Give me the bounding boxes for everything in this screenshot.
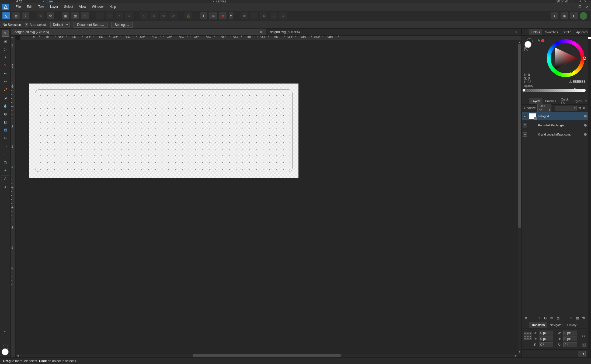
menu-view[interactable]: View [76,3,89,10]
tab-quickfx[interactable]: Quick FX [559,97,571,105]
w-field[interactable]: 0 px [563,331,577,335]
shape-tool-icon[interactable]: ✦ [2,167,9,174]
layer-options-icon[interactable]: ✿ [578,106,581,110]
menu-help[interactable]: Help [107,3,119,10]
close-tab-icon[interactable]: × [515,30,517,34]
sampled-colour-icon[interactable] [541,39,544,42]
node-tool-icon[interactable]: ▷ [2,46,9,53]
hex-value[interactable]: EBEBEB [573,80,586,84]
gradient-tool-icon[interactable]: ◧ [2,119,9,126]
scroll-right-icon[interactable]: ▶ [514,354,518,358]
snap-grid-icon[interactable]: ▦ [71,12,79,20]
layer-row-2[interactable]: A © grid code.halfapx.com... [522,130,588,139]
persona-designer-icon[interactable]: ◺ [2,12,10,20]
menu-text[interactable]: Text [36,3,47,10]
layer-visibility-icon[interactable] [584,115,587,117]
shape-circle-icon[interactable]: ● [551,12,559,20]
doc-tab-0[interactable]: dotgrid-alt.svg (776.2%) × [11,29,266,35]
boolean-intersect-icon[interactable]: ◆ [260,12,268,20]
layer-row-1[interactable]: ▢ Rounded Rectangle [522,121,588,130]
scroll-left-icon[interactable]: ◀ [16,354,19,358]
panel-handle-icon[interactable]: ⋮⋮ [523,30,528,33]
move-tool-icon[interactable]: ↖ [2,30,9,37]
layer-group-icon[interactable]: ▦ [575,316,580,320]
contour-tool-icon[interactable]: ✶ [2,54,9,61]
snapping-toggle-icon[interactable]: ⧉ [219,12,227,20]
document-setup-button[interactable]: Document Setup... [74,22,107,28]
layer-add-icon[interactable]: ⊞ [568,316,573,320]
arrange-icon[interactable]: ⬍ [199,12,207,20]
artboard[interactable] [29,84,298,178]
sat-light-handle-icon[interactable] [570,70,573,73]
brush-tool-icon[interactable]: 🖌 [2,86,9,93]
rotate-ccw-icon[interactable]: ⟲ [159,12,168,20]
menu-select[interactable]: Select [61,3,76,10]
s-field[interactable]: 0 ° [563,342,577,347]
layer-mask-icon[interactable]: ◻ [536,316,541,320]
lock-icon[interactable]: 🔒 [184,12,192,20]
snap-guides-icon[interactable]: ⌖ [81,12,89,20]
dot-grid-shape[interactable] [35,89,293,172]
window-maximize-icon[interactable]: ☐ [577,5,582,9]
close-tab-icon[interactable]: × [260,30,262,34]
rounded-rect-tool-icon[interactable]: ▢ [2,159,9,166]
v-scroll-thumb[interactable] [518,44,521,228]
vertical-scrollbar[interactable]: ▲ ▼ [518,40,522,354]
layer-name[interactable]: calli-grid [538,115,582,118]
account-avatar-icon[interactable] [580,12,587,20]
canvas-viewport[interactable]: ▲ ▼ ◀ ▶ [16,40,522,358]
boolean-add-icon[interactable]: ⬢ [240,12,248,20]
app-logo-icon[interactable] [2,4,9,10]
menu-file[interactable]: File [13,3,23,10]
boolean-subtract-icon[interactable]: ⬡ [250,12,258,20]
layer-settings-icon[interactable]: ⚙ [583,106,586,110]
vertical-ruler[interactable]: -30-20-1001020304050607080 [11,40,16,358]
layer-fx-icon[interactable]: fx [549,316,554,320]
flip-h-icon[interactable]: ⇋ [140,12,148,20]
snap-bounds-icon[interactable]: ▣ [61,12,69,20]
layer-adjust-icon[interactable]: ◐ [543,316,548,320]
menu-edit[interactable]: Edit [24,3,35,10]
tab-navigator[interactable]: Navigator [548,322,565,328]
panel-handle-icon[interactable]: ⋮⋮ [523,323,528,326]
hue-ring-handle-icon[interactable] [583,57,586,60]
insert-icon[interactable]: ▭ [209,12,217,20]
align-right-icon[interactable]: ⬲ [115,12,123,20]
menu-window[interactable]: Window [89,3,106,10]
rotate-cw-icon[interactable]: ⟳ [169,12,177,20]
tab-styles[interactable]: Styles [571,98,584,104]
eyedropper-icon[interactable]: ✎ [537,39,540,43]
y-field[interactable]: 0 px [539,337,553,341]
h-field[interactable]: 0 px [563,337,577,341]
persona-pixel-icon[interactable]: ▦ [12,12,20,20]
place-image-tool-icon[interactable]: 🖼 [2,127,9,134]
corner-tool-icon[interactable]: ✎ [2,62,9,69]
tools-expand-icon[interactable]: » [4,330,6,333]
r-field[interactable]: 0 ° [539,342,553,347]
opacity-handle-icon[interactable] [573,88,576,92]
rectangle-tool-icon[interactable]: ▭ [2,143,9,150]
opacity-slider[interactable]: 100 % [524,89,586,92]
edge-swatch-icon[interactable] [588,37,591,39]
shape-combine-icon[interactable]: ◐ [570,12,578,20]
x-field[interactable]: 0 px [539,331,553,335]
h-scroll-thumb[interactable] [193,354,341,357]
autoselect-dropdown[interactable]: Default [50,22,70,27]
boolean-xor-icon[interactable]: ◇ [269,12,277,20]
tab-colour[interactable]: Colour [529,29,542,35]
units-dropdown[interactable]: ▾ [578,351,586,356]
tab-stroke[interactable]: Stroke [561,29,573,35]
layer-name[interactable]: © grid code.halfapx.com... [538,133,582,136]
layer-delete-icon[interactable]: 🗑 [581,316,586,320]
layer-crop-icon[interactable]: ▤ [556,316,561,320]
fill-tool-icon[interactable]: ◢ [2,94,9,101]
doc-tab-1[interactable]: dotgrid.svg (686.9%) × [266,29,522,35]
layer-name[interactable]: Rounded Rectangle [538,124,582,127]
colour-triangle[interactable] [552,45,580,72]
crop-tool-icon[interactable]: ✂ [2,135,9,142]
settings-button[interactable]: Settings... [111,22,133,28]
tab-swatches[interactable]: Swatches [543,29,560,35]
layer-visibility-icon[interactable] [584,124,587,127]
colour-swatches[interactable] [1,345,10,355]
ellipse-tool-icon[interactable]: ○ [2,151,9,158]
